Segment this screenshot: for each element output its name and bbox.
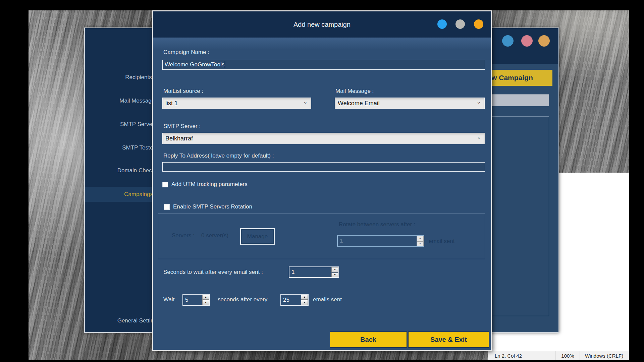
window-control-pink-icon[interactable] [521, 35, 533, 47]
wait-seconds-value: 5 [183, 295, 202, 305]
campaign-list-header[interactable] [483, 94, 549, 106]
rotate-after-spinner[interactable]: 1 ▲ ▼ [337, 235, 424, 247]
text-caret [225, 61, 225, 68]
title-bar-shadow-band [153, 38, 491, 50]
utm-checkbox-row: Add UTM tracking parameters [162, 181, 248, 188]
spin-down-button[interactable]: ▼ [417, 241, 424, 247]
mail-message-dropdown[interactable]: Welcome Email ⌄ [335, 98, 485, 109]
smtp-server-dropdown[interactable]: Belkharraf ⌄ [162, 133, 485, 144]
rotation-checkbox-row: Enable SMTP Servers Rotation [164, 203, 252, 210]
email-sent-label: email sent [429, 238, 454, 245]
spinner-buttons: ▲ ▼ [202, 295, 209, 305]
spin-up-button[interactable]: ▲ [301, 295, 308, 300]
servers-count: 0 server(s) [201, 232, 228, 239]
spinner-buttons: ▲ ▼ [417, 236, 424, 246]
smtp-rotation-checkbox[interactable] [164, 204, 170, 210]
rotate-after-value: 1 [338, 236, 417, 246]
mailist-source-value: list 1 [165, 100, 178, 107]
mailist-source-label: MaiList source : [163, 88, 203, 95]
mail-message-label: Mail Message : [335, 88, 374, 95]
wait-label: Wait [163, 296, 174, 303]
campaign-name-label: Campaign Name : [163, 49, 209, 56]
save-exit-button[interactable]: Save & Exit [409, 332, 489, 347]
batch-emails-value: 25 [281, 295, 301, 305]
wait-seconds-spinner[interactable]: 5 ▲ ▼ [182, 294, 210, 306]
smtp-server-value: Belkharraf [165, 135, 193, 142]
rotate-after-label: Rotate between servers after : [339, 221, 415, 228]
spin-up-button[interactable]: ▲ [202, 295, 209, 300]
window-control-orange-icon[interactable] [474, 19, 483, 29]
emails-sent-label: emails sent [313, 296, 342, 303]
utm-checkbox[interactable] [162, 182, 168, 187]
spin-down-button[interactable]: ▼ [301, 300, 308, 305]
chevron-down-icon: ⌄ [477, 134, 481, 140]
servers-label: Servers : [172, 232, 195, 239]
chevron-down-icon: ⌄ [477, 99, 481, 105]
seconds-wait-spinner[interactable]: 1 ▲ ▼ [289, 266, 339, 278]
spin-up-button[interactable]: ▲ [331, 267, 338, 272]
manage-servers-button[interactable]: Manage [240, 228, 275, 245]
mailist-source-dropdown[interactable]: list 1 ⌄ [162, 98, 311, 109]
desktop: Ln 2, Col 42 100% Windows (CRLF) Recipie… [0, 0, 644, 362]
spinner-buttons: ▲ ▼ [331, 267, 338, 277]
dialog-title-bar: Add new campaign [153, 11, 491, 38]
utm-checkbox-label: Add UTM tracking parameters [171, 181, 248, 188]
window-control-gray-icon[interactable] [455, 19, 465, 29]
window-control-blue-icon[interactable] [502, 35, 514, 47]
rotation-checkbox-label: Enable SMTP Servers Rotation [173, 203, 252, 210]
spinner-buttons: ▲ ▼ [301, 295, 308, 305]
smtp-server-label: SMTP Server : [163, 123, 201, 130]
back-button[interactable]: Back [330, 332, 407, 347]
chevron-down-icon: ⌄ [303, 99, 308, 105]
seconds-after-every-label: seconds after every [218, 296, 267, 303]
campaign-name-input[interactable]: Welcome GoGrowTools [162, 60, 485, 70]
reply-to-input[interactable] [162, 162, 485, 172]
spin-down-button[interactable]: ▼ [331, 273, 338, 278]
smtp-rotation-groupbox: Servers : 0 server(s) Manage Rotate betw… [158, 214, 485, 259]
spin-down-button[interactable]: ▼ [202, 300, 209, 305]
reply-to-label: Reply To Address( leave empty for defaul… [163, 153, 274, 159]
cursor-position-status: Ln 2, Col 42 [488, 351, 555, 360]
campaign-name-value: Welcome GoGrowTools [165, 61, 224, 68]
add-new-campaign-dialog: Add new campaign Campaign Name : Welcome… [152, 10, 492, 351]
seconds-wait-label: Seconds to wait after every email sent : [163, 269, 263, 276]
seconds-wait-value: 1 [289, 267, 331, 277]
line-ending-status: Windows (CRLF) [580, 351, 629, 360]
campaign-list-panel [490, 116, 549, 316]
zoom-level-status: 100% [555, 351, 580, 360]
window-control-blue-icon[interactable] [437, 19, 447, 29]
notepad-status-bar: Ln 2, Col 42 100% Windows (CRLF) [488, 351, 629, 360]
spin-up-button[interactable]: ▲ [417, 236, 424, 241]
window-control-orange-icon[interactable] [538, 35, 550, 47]
batch-emails-spinner[interactable]: 25 ▲ ▼ [280, 294, 309, 306]
mail-message-value: Welcome Email [338, 100, 380, 107]
